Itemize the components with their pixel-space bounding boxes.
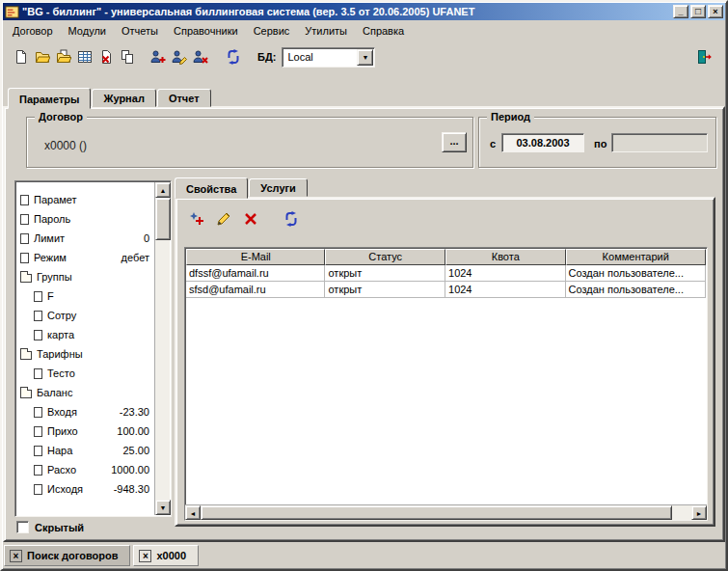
document-icon <box>34 446 42 456</box>
tree-item-8[interactable]: Тарифны <box>16 344 154 364</box>
edit-user-icon[interactable] <box>169 46 190 68</box>
hscrollbar-thumb[interactable] <box>201 505 672 520</box>
close-tab-icon[interactable]: × <box>139 550 151 562</box>
delete-record-icon[interactable] <box>240 208 261 230</box>
tree-item-11[interactable]: Входя-23.30 <box>16 402 154 421</box>
document-icon <box>34 407 42 418</box>
menu-item-0[interactable]: Договор <box>5 22 61 41</box>
exit-icon[interactable] <box>694 46 715 68</box>
chevron-down-icon[interactable]: ▼ <box>357 49 373 66</box>
add-record-icon[interactable] <box>186 208 207 230</box>
table-cell: Создан пользователе... <box>566 265 706 282</box>
tree-item-14[interactable]: Расхо1000.00 <box>16 460 154 479</box>
close-button[interactable]: × <box>708 5 723 18</box>
tree-item-value: 100.00 <box>117 425 154 437</box>
folder-icon <box>20 390 32 398</box>
menu-item-3[interactable]: Справочники <box>166 22 246 41</box>
detail-tab-1[interactable]: Услуги <box>249 178 308 197</box>
column-header-0[interactable]: E-Mail <box>186 249 325 265</box>
titlebar[interactable]: "BG - биллинг" - универсальная биллингов… <box>3 3 725 20</box>
table-header: E-MailСтатусКвотаКомментарий <box>186 249 706 265</box>
scrollbar-thumb[interactable] <box>155 198 171 240</box>
document-icon <box>20 214 29 225</box>
table-row-1[interactable]: sfsd@ufamail.ruоткрыт1024Создан пользова… <box>186 282 706 298</box>
menu-item-1[interactable]: Модули <box>61 22 114 41</box>
tree-item-5[interactable]: F <box>16 286 154 306</box>
bottom-tab-0[interactable]: ×Поиск договоров <box>4 545 130 566</box>
main-tab-1[interactable]: Журнал <box>92 89 155 107</box>
db-label: БД: <box>257 51 276 63</box>
maximize-button[interactable]: □ <box>690 5 706 18</box>
document-icon <box>34 330 42 340</box>
tree-item-label: Группы <box>37 271 72 283</box>
table-row-0[interactable]: dfssf@ufamail.ruоткрыт1024Создан пользов… <box>186 265 706 282</box>
tree-item-label: Тесто <box>47 367 75 379</box>
edit-record-icon[interactable] <box>213 208 234 230</box>
tree-item-label: Входя <box>47 406 77 418</box>
tree-item-12[interactable]: Прихо100.00 <box>16 421 154 441</box>
tree-item-value: -23.30 <box>120 406 154 418</box>
close-tab-icon[interactable]: × <box>10 550 22 562</box>
tree-item-value: дебет <box>121 252 154 263</box>
tree-scrollbar[interactable]: ▲ ▼ <box>154 182 170 515</box>
period-from-field[interactable]: 03.08.2003 <box>501 133 584 152</box>
delete-user-icon[interactable] <box>190 46 211 68</box>
menu-item-6[interactable]: Справка <box>355 22 412 41</box>
minimize-button[interactable]: _ <box>673 5 688 18</box>
period-groupbox: Период с 03.08.2003 по <box>478 117 716 168</box>
document-icon <box>34 426 42 437</box>
detail-tab-0[interactable]: Свойства <box>175 177 248 199</box>
delete-document-icon[interactable] <box>95 46 117 68</box>
column-header-2[interactable]: Квота <box>445 249 566 265</box>
tree-item-label: карта <box>47 329 74 340</box>
tree-item-value: -948.30 <box>114 483 154 495</box>
column-header-3[interactable]: Комментарий <box>566 249 706 265</box>
contract-tree: ПараметПарольЛимит0РежимдебетГруппыFСотр… <box>14 180 172 517</box>
tree-item-label: Тарифны <box>37 348 83 360</box>
email-table: E-MailСтатусКвотаКомментарий dfssf@ufama… <box>184 247 708 521</box>
table-cell: Создан пользователе... <box>566 282 706 298</box>
tree-item-3[interactable]: Режимдебет <box>16 248 154 267</box>
tree-item-15[interactable]: Исходя-948.30 <box>16 479 154 499</box>
tree-item-10[interactable]: Баланс <box>16 383 154 402</box>
document-icon <box>20 253 29 263</box>
period-to-field[interactable] <box>611 133 708 152</box>
scroll-right-icon[interactable]: ► <box>691 505 707 520</box>
contract-browse-button[interactable]: ... <box>442 132 467 152</box>
tree-item-7[interactable]: карта <box>16 325 154 344</box>
menu-item-2[interactable]: Отчеты <box>114 22 166 41</box>
tree-item-6[interactable]: Сотру <box>16 306 154 325</box>
main-tab-2[interactable]: Отчет <box>157 89 211 107</box>
scroll-down-icon[interactable]: ▼ <box>155 500 171 515</box>
tree-item-13[interactable]: Нара25.00 <box>16 441 154 460</box>
scroll-left-icon[interactable]: ◄ <box>185 505 201 520</box>
contract-group-label: Договор <box>35 111 87 122</box>
checkbox-box[interactable] <box>16 521 29 533</box>
open-folder-icon[interactable] <box>32 46 53 68</box>
scroll-up-icon[interactable]: ▲ <box>155 182 171 198</box>
tree-item-label: F <box>47 290 54 302</box>
bottom-tab-1[interactable]: ×x0000 <box>133 545 199 566</box>
copy-icon[interactable] <box>117 46 138 68</box>
period-from-label: с <box>490 138 496 150</box>
table-icon[interactable] <box>74 46 95 68</box>
new-document-icon[interactable] <box>11 46 32 68</box>
column-header-1[interactable]: Статус <box>325 249 445 265</box>
main-tab-0[interactable]: Параметры <box>8 88 91 109</box>
table-cell: sfsd@ufamail.ru <box>186 282 325 298</box>
menu-item-5[interactable]: Утилиты <box>297 22 355 41</box>
db-combo[interactable]: Local ▼ <box>282 47 375 68</box>
menu-item-4[interactable]: Сервис <box>246 22 298 41</box>
tree-item-0[interactable]: Парамет <box>16 190 154 209</box>
refresh-icon[interactable] <box>223 46 244 68</box>
tree-item-9[interactable]: Тесто <box>16 364 154 383</box>
table-hscrollbar[interactable]: ◄ ► <box>185 504 707 520</box>
open-contract-icon[interactable] <box>53 46 74 68</box>
refresh-icon[interactable] <box>281 208 302 230</box>
add-user-icon[interactable] <box>148 46 169 68</box>
contract-groupbox: Договор x0000 () ... <box>26 117 473 168</box>
hidden-checkbox[interactable]: Скрытый <box>16 521 84 533</box>
tree-item-4[interactable]: Группы <box>16 267 154 286</box>
tree-item-2[interactable]: Лимит0 <box>16 229 154 248</box>
tree-item-1[interactable]: Пароль <box>16 209 154 229</box>
